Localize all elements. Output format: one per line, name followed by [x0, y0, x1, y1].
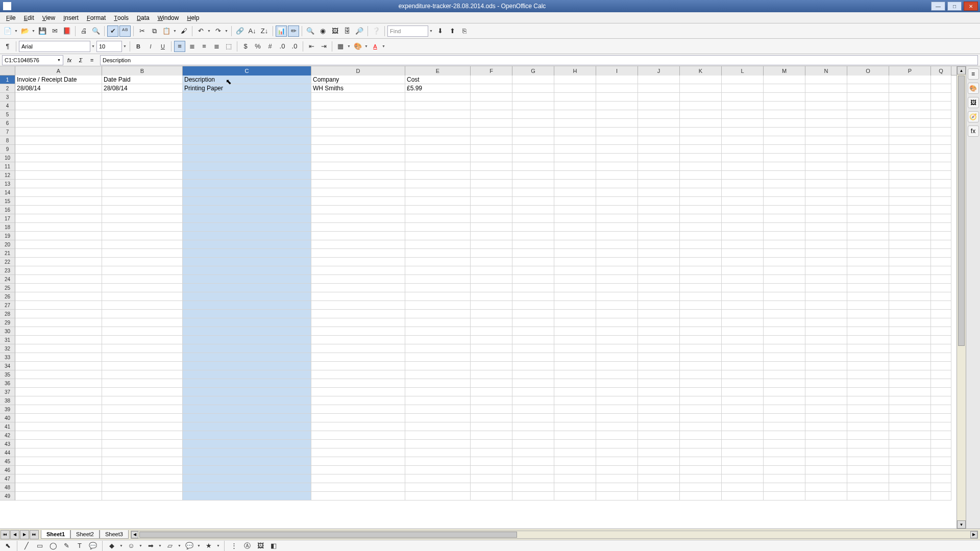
cell[interactable]	[722, 405, 764, 414]
cell[interactable]	[183, 180, 311, 188]
from-file-button[interactable]: 🖼	[255, 540, 266, 552]
cell[interactable]	[102, 492, 183, 500]
cell[interactable]	[512, 76, 554, 84]
sort-desc-button[interactable]: Z↓	[259, 26, 270, 37]
cell[interactable]	[764, 266, 805, 275]
cell[interactable]	[15, 197, 102, 206]
cell[interactable]	[471, 266, 512, 275]
find-all-button[interactable]: ⎘	[459, 26, 470, 37]
row-header[interactable]: 24	[0, 275, 15, 284]
cell[interactable]	[722, 457, 764, 466]
cell[interactable]	[311, 422, 405, 431]
cell[interactable]	[722, 492, 764, 500]
cell[interactable]	[847, 483, 889, 492]
cell[interactable]	[764, 292, 805, 301]
cell[interactable]	[471, 171, 512, 180]
cell[interactable]	[722, 145, 764, 154]
cell[interactable]	[471, 422, 512, 431]
cell[interactable]	[764, 128, 805, 136]
cell[interactable]	[764, 206, 805, 214]
cell[interactable]	[805, 258, 847, 266]
cell[interactable]	[183, 318, 311, 327]
cell[interactable]	[889, 249, 931, 258]
cell[interactable]	[15, 284, 102, 292]
cell[interactable]	[102, 154, 183, 162]
cell[interactable]	[805, 318, 847, 327]
cell[interactable]	[638, 249, 680, 258]
new-button[interactable]: 📄	[2, 26, 13, 37]
scroll-down-button[interactable]: ▼	[957, 520, 966, 529]
cell[interactable]	[102, 240, 183, 249]
redo-button[interactable]: ↷	[212, 26, 224, 37]
cell[interactable]	[512, 344, 554, 353]
cell[interactable]	[471, 448, 512, 457]
cell[interactable]	[405, 414, 471, 422]
cell[interactable]	[15, 405, 102, 414]
cell[interactable]	[805, 214, 847, 223]
cell[interactable]	[512, 119, 554, 128]
sidebar-functions-button[interactable]: fx	[968, 126, 979, 137]
cell[interactable]	[183, 483, 311, 492]
cell[interactable]	[471, 310, 512, 318]
cell[interactable]	[931, 110, 951, 119]
cell[interactable]	[638, 310, 680, 318]
row-header[interactable]: 48	[0, 483, 15, 492]
cell[interactable]	[471, 457, 512, 466]
cell[interactable]	[15, 362, 102, 370]
cell[interactable]	[405, 162, 471, 171]
cell[interactable]	[311, 474, 405, 483]
cell[interactable]	[311, 318, 405, 327]
cell[interactable]	[596, 344, 638, 353]
cell[interactable]	[847, 422, 889, 431]
cell[interactable]	[405, 180, 471, 188]
close-button[interactable]: ✕	[964, 2, 978, 11]
cell[interactable]	[512, 240, 554, 249]
cell[interactable]	[596, 232, 638, 240]
cell[interactable]	[847, 440, 889, 448]
row-header[interactable]: 1	[0, 76, 15, 84]
cell[interactable]	[889, 318, 931, 327]
cell[interactable]	[596, 353, 638, 362]
cell[interactable]	[405, 93, 471, 102]
cell[interactable]	[722, 362, 764, 370]
row-header[interactable]: 46	[0, 466, 15, 474]
cell[interactable]	[931, 327, 951, 336]
vscroll-thumb[interactable]	[958, 76, 965, 346]
cell[interactable]	[15, 448, 102, 457]
cell[interactable]	[680, 448, 722, 457]
cell[interactable]	[471, 119, 512, 128]
cell[interactable]	[512, 84, 554, 93]
cell[interactable]	[931, 136, 951, 145]
cell[interactable]: Date Paid	[102, 76, 183, 84]
cell[interactable]	[847, 466, 889, 474]
cell[interactable]	[183, 292, 311, 301]
cell[interactable]	[931, 362, 951, 370]
cell[interactable]	[638, 388, 680, 396]
row-header[interactable]: 32	[0, 344, 15, 353]
cell[interactable]	[889, 214, 931, 223]
cell[interactable]	[554, 414, 596, 422]
cell[interactable]	[764, 388, 805, 396]
cell[interactable]	[638, 370, 680, 379]
cell[interactable]	[554, 266, 596, 275]
cell[interactable]	[471, 388, 512, 396]
paste-button[interactable]: 📋	[161, 26, 172, 37]
cell[interactable]	[183, 388, 311, 396]
cell[interactable]	[889, 110, 931, 119]
cell[interactable]	[931, 466, 951, 474]
cell[interactable]	[183, 188, 311, 197]
cell[interactable]	[680, 318, 722, 327]
cell[interactable]	[931, 379, 951, 388]
cell[interactable]	[183, 206, 311, 214]
cell[interactable]	[102, 370, 183, 379]
cell[interactable]	[680, 206, 722, 214]
cell[interactable]	[554, 110, 596, 119]
cell[interactable]	[638, 292, 680, 301]
cell[interactable]	[722, 292, 764, 301]
find-input[interactable]: Find	[387, 26, 428, 37]
cell[interactable]	[764, 310, 805, 318]
tab-prev-button[interactable]: ◀	[10, 530, 19, 539]
row-header[interactable]: 2	[0, 84, 15, 93]
menu-edit[interactable]: Edit	[20, 13, 38, 23]
cell[interactable]	[847, 154, 889, 162]
